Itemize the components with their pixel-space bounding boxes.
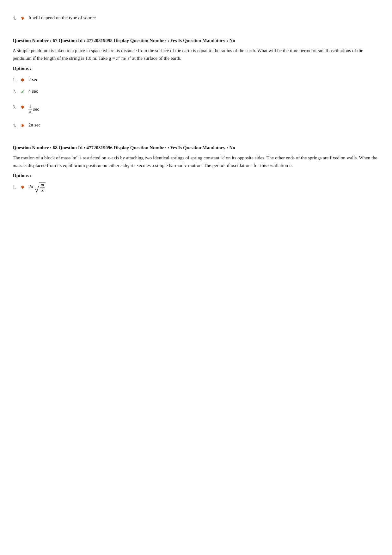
prev-option-4-row: 4. ✱ It will depend on the type of sourc…	[13, 15, 379, 21]
q68-option-1-icon: ✱	[21, 184, 27, 190]
q68-option-1-text: 2π √ m k	[28, 182, 46, 193]
prev-option-4-number: 4.	[13, 15, 19, 21]
q67-option-4-icon: ✱	[21, 122, 27, 128]
sqrt-sign: √	[34, 186, 39, 194]
question-68-header: Question Number : 68 Question Id : 47720…	[13, 144, 379, 151]
q67-option-1-row: 1. ✱ 2 sec	[13, 77, 379, 83]
q67-option-4-number: 4.	[13, 122, 19, 128]
q67-option-2-row: 2. ✔ 4 sec	[13, 89, 379, 95]
denominator-k: k	[41, 188, 44, 193]
q67-option-2-text: 4 sec	[28, 89, 38, 94]
question-67-options-label: Options :	[13, 66, 379, 71]
sqrt-wrapper: √ m k	[34, 182, 46, 194]
q68-option-1-number: 1.	[13, 184, 19, 190]
sqrt-content: m k	[39, 182, 46, 194]
q67-option-1-number: 1.	[13, 77, 19, 83]
q67-option-1-icon: ✱	[21, 77, 27, 83]
question-68-body: The motion of a block of mass 'm' is res…	[13, 154, 379, 169]
prev-option-4-icon: ✱	[21, 15, 27, 21]
q68-option-1-row: 1. ✱ 2π √ m k	[13, 182, 379, 193]
q68-option-1-expr: 2π √ m k	[28, 184, 46, 189]
numerator-m: m	[40, 182, 45, 188]
fraction-numerator: 1	[28, 104, 32, 110]
q67-option-3-row: 3. ✱ 1 π sec	[13, 104, 379, 115]
fraction-denominator: π	[28, 109, 32, 115]
q67-option-1-text: 2 sec	[28, 77, 38, 82]
q67-option-4-text: 2π sec	[28, 122, 40, 128]
question-67-header: Question Number : 67 Question Id : 47720…	[13, 37, 379, 44]
q67-option-4-row: 4. ✱ 2π sec	[13, 122, 379, 128]
q67-option-2-number: 2.	[13, 89, 19, 94]
q67-option-2-icon: ✔	[21, 89, 27, 95]
fraction-1-over-pi: 1 π	[28, 104, 32, 115]
question-68-options-label: Options :	[13, 173, 379, 178]
q67-option-3-icon: ✱	[21, 104, 27, 110]
prev-option-4-text: It will depend on the type of source	[28, 15, 96, 21]
fraction-m-over-k: m k	[40, 182, 45, 194]
q67-option-3-text: 1 π sec	[28, 104, 39, 115]
math-pi-squared: π2	[116, 56, 120, 61]
q67-option-3-number: 3.	[13, 104, 19, 110]
sqrt-m-over-k: √ m k	[34, 182, 46, 194]
question-67-body: A simple pendulum is taken to a place in…	[13, 47, 379, 62]
